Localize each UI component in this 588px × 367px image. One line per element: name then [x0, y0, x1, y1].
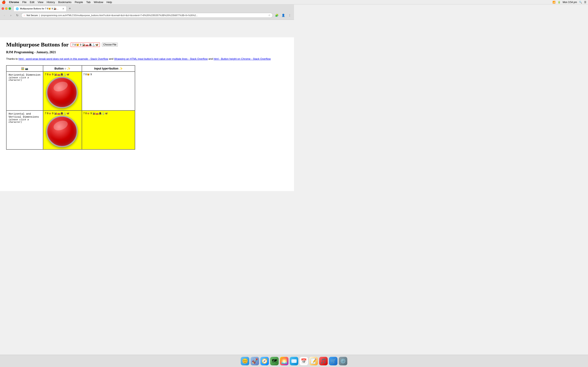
header-button-label: Button ○ ✨	[54, 67, 70, 70]
row1-button-cell: 7 8🐱 9 🚂🚗🎩⚓🦋	[43, 72, 82, 110]
row1-label-cell: Horizontal Dimension (please click a cha…	[6, 72, 43, 110]
reload-button[interactable]: ↻	[15, 13, 20, 18]
menubar-edit[interactable]: Edit	[30, 1, 34, 4]
row2-sublabel: (please click a character)	[9, 118, 41, 123]
link-wrapping[interactable]: Wrapping an HTML input button's text val…	[114, 57, 208, 60]
menubar-history[interactable]: History	[47, 1, 55, 4]
separator: |	[39, 14, 40, 17]
page-content: Multipurpose Buttons for 7 8🐱 9 🚂🚗🎩⚓🦋 Ch…	[0, 37, 294, 191]
menubar-people[interactable]: People	[75, 1, 83, 4]
choose-file-button[interactable]: Choose File	[102, 43, 118, 47]
active-tab[interactable]: 🌐 Multipurpose Buttons for 7 8🐱 9 🚂🚗🎩⚓🦋 …	[13, 6, 67, 11]
row1-label: Horizontal Dimension	[9, 73, 41, 76]
row2-label: Horizontal and Vertical Dimensions	[9, 112, 41, 118]
row1-input-cell: 7 8🐱 9	[82, 72, 135, 110]
row2-input-cell: 7 8🐱 9 🚂🚗🎩⚓🦋	[82, 110, 135, 150]
traffic-lights	[2, 7, 11, 10]
row2-label-cell: Horizontal and Vertical Dimensions (plea…	[6, 110, 43, 150]
address-bar[interactable]: ⚠ Not Secure | rjmprogramming.com.au/HTM…	[21, 13, 273, 18]
menubar-file[interactable]: File	[22, 1, 26, 4]
emoji-text-input[interactable]: 7 8🐱 9 🚂🚗🎩⚓🦋	[71, 43, 100, 47]
minimize-window-button[interactable]	[5, 7, 8, 10]
menubar-window[interactable]: Window	[94, 1, 103, 4]
extensions-button[interactable]: 🧩	[274, 13, 279, 18]
row1-circle-visual	[46, 77, 78, 108]
menubar-help[interactable]: Help	[107, 1, 112, 4]
not-secure-icon: ⚠	[24, 14, 25, 17]
toolbar-right-icons: 🧩 👤 ⋮	[274, 13, 292, 18]
row2-input-text: 7 8🐱 9 🚂🚗🎩⚓🦋	[83, 111, 134, 115]
browser-chrome: 🌐 Multipurpose Buttons for 7 8🐱 9 🚂🚗🎩⚓🦋 …	[0, 4, 294, 20]
menubar-chrome[interactable]: Chrome	[9, 1, 19, 4]
page-subtitle: RJM Programming - January, 2021	[6, 50, 288, 54]
forward-button[interactable]: ›	[8, 13, 13, 18]
header-empty: 🖼️ 📷	[6, 66, 43, 72]
title-row: Multipurpose Buttons for 7 8🐱 9 🚂🚗🎩⚓🦋 Ch…	[6, 42, 288, 48]
link-button-height[interactable]: html - Button height on Chrome - Stack O…	[214, 57, 271, 60]
tabs-bar: 🌐 Multipurpose Buttons for 7 8🐱 9 🚂🚗🎩⚓🦋 …	[2, 6, 292, 11]
maximize-window-button[interactable]	[9, 7, 11, 10]
menubar-view[interactable]: View	[38, 1, 43, 4]
demo-table: 🖼️ 📷 Button ○ ✨ Input type=button ✨ Hori…	[6, 65, 135, 150]
and2: and	[208, 57, 214, 60]
back-button[interactable]: ‹	[2, 13, 7, 18]
row1-big-button[interactable]: 7 8🐱 9 🚂🚗🎩⚓🦋	[44, 73, 80, 109]
row2-button-cell: 7 8🐱 9 🚂🚗🎩⚓🦋	[43, 110, 82, 150]
row2-button-text: 7 8🐱 9 🚂🚗🎩⚓🦋	[44, 112, 79, 115]
table-row: Horizontal and Vertical Dimensions (plea…	[6, 110, 135, 150]
thanks-line: Thanks to html - word-wrap break-word do…	[6, 57, 288, 61]
tab-title: Multipurpose Buttons for 7 8🐱 9 🚂🚗🎩⚓🦋	[20, 7, 61, 10]
navigation-toolbar: ‹ › ↻ ⚠ Not Secure | rjmprogramming.com.…	[2, 12, 292, 18]
apple-menu-icon[interactable]: 🍎	[2, 0, 6, 4]
header-input-label: Input type=button ✨	[94, 67, 122, 70]
menubar: 🍎 Chrome File Edit View History Bookmark…	[0, 0, 294, 4]
header-button: Button ○ ✨	[43, 66, 82, 72]
table-header-row: 🖼️ 📷 Button ○ ✨ Input type=button ✨	[6, 66, 135, 72]
not-secure-label: Not Secure	[26, 14, 38, 17]
menubar-tab[interactable]: Tab	[86, 1, 90, 4]
row1-input-text: 7 8🐱 9	[83, 73, 134, 76]
url-display: rjmprogramming.com.au/HTMLCSS/multipurpo…	[41, 14, 267, 17]
bookmark-star-icon[interactable]: ☆	[268, 14, 270, 17]
row2-circle-visual	[46, 116, 78, 147]
tab-favicon: 🌐	[16, 7, 19, 10]
profile-button[interactable]: 👤	[281, 13, 286, 18]
page-title: Multipurpose Buttons for	[6, 42, 69, 48]
thanks-intro: Thanks to	[6, 57, 18, 60]
row1-button-text: 7 8🐱 9 🚂🚗🎩⚓🦋	[44, 73, 79, 76]
and1: and	[109, 57, 114, 60]
tab-close-button[interactable]: ✕	[62, 7, 64, 10]
menu-button[interactable]: ⋮	[287, 13, 292, 18]
menubar-bookmarks[interactable]: Bookmarks	[58, 1, 71, 4]
table-row: Horizontal Dimension (please click a cha…	[6, 72, 135, 110]
close-window-button[interactable]	[2, 7, 4, 10]
header-input: Input type=button ✨	[82, 66, 135, 72]
row1-sublabel: (please click a character)	[9, 76, 41, 81]
row2-big-button[interactable]: 7 8🐱 9 🚂🚗🎩⚓🦋	[44, 111, 80, 149]
link-word-wrap[interactable]: html - word-wrap break-word does not wor…	[18, 57, 108, 60]
emoji-display-text: 7 8🐱 9 🚂🚗🎩⚓🦋	[72, 43, 98, 46]
new-tab-button[interactable]: +	[67, 6, 72, 11]
